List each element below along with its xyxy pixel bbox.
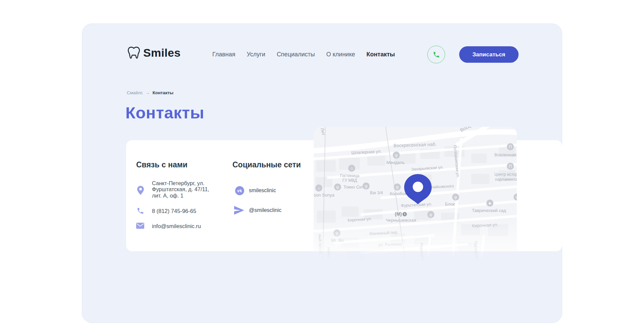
nav-item-specialisty[interactable]: Специалисты [277, 51, 315, 58]
page-panel: Smiles Главная Услуги Специалисты О клин… [82, 23, 562, 323]
restaurant-icon: ψ [334, 183, 341, 191]
social-heading: Социальные сети [232, 160, 301, 169]
restaurant-icon: ψ [393, 152, 400, 159]
logo-text: Smiles [143, 46, 180, 59]
museum-icon: Π [507, 143, 514, 150]
contact-heading: Связь с нами [136, 160, 187, 169]
poi-icon: ψ [514, 194, 517, 201]
map[interactable]: ЛитВоскресенская наб.ВоскресенскаяШпалер… [314, 127, 517, 265]
park-icon: ♣ [486, 200, 493, 207]
nav-item-kontakty[interactable]: Контакты [366, 51, 395, 58]
bar-icon: ψ [427, 211, 434, 218]
call-button[interactable] [427, 46, 445, 63]
nav-item-glavnaya[interactable]: Главная [212, 51, 235, 58]
email-icon [136, 223, 144, 230]
breadcrumb-home-link[interactable]: Смайлс [127, 90, 143, 95]
restaurant-icon: ψ [333, 229, 340, 236]
nav-item-o-klinike[interactable]: О клинике [326, 51, 355, 58]
bar-icon: ψ [363, 182, 370, 190]
restaurant-icon: ψ [452, 194, 459, 201]
nav-item-uslugi[interactable]: Услуги [247, 51, 265, 58]
logo[interactable]: Smiles [127, 46, 180, 59]
phone-icon [137, 207, 144, 216]
phone-number[interactable]: 8 (812) 745-96-65 [152, 208, 196, 214]
museum-icon: Π [507, 163, 514, 170]
tooth-logo-icon [127, 46, 141, 59]
header-actions: Записаться [427, 46, 519, 63]
telegram-icon[interactable] [234, 206, 244, 216]
breadcrumb: Смайлс → Контакты [127, 90, 173, 95]
telegram-handle[interactable]: @smilesclinic [249, 207, 281, 213]
main-nav: Главная Услуги Специалисты О клинике Кон… [212, 51, 395, 58]
vk-icon[interactable]: vk [235, 186, 244, 195]
breadcrumb-current: Контакты [153, 90, 173, 95]
map-pin [404, 174, 432, 206]
hotel-icon: ⌂ [348, 165, 355, 172]
hotel-icon: ⌂ [315, 184, 322, 192]
vk-handle[interactable]: smilesclinic [249, 187, 276, 194]
phone-icon [433, 51, 440, 58]
metro-line-number: 1 [402, 212, 407, 216]
page-title: Контакты [125, 103, 204, 122]
email-address[interactable]: info@smilesclinic.ru [152, 223, 201, 229]
restaurant-icon: ψ [394, 183, 401, 191]
metro-icon: (М) [395, 211, 402, 217]
book-appointment-button[interactable]: Записаться [459, 46, 519, 63]
address-text: Санкт-Петербург, ул. Фурштатская, д. 47/… [152, 180, 209, 199]
metro-station-badge: (М) 1 [395, 211, 407, 217]
breadcrumb-arrow-icon: → [146, 90, 150, 95]
location-pin-icon [137, 186, 144, 196]
